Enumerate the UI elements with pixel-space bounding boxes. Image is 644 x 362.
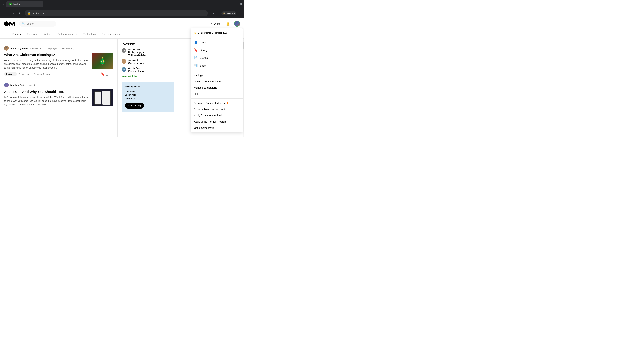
dropdown-stories[interactable]: 📄 Stories (190, 54, 242, 62)
tab-entrepreneurship[interactable]: Entrepreneurship (99, 30, 124, 38)
writing-on-medium-card: Writing on M... New writer... Expert wri… (122, 82, 174, 112)
article-body-1: What Are Christmas Blessings? We need a … (4, 53, 113, 69)
dropdown-become-friend[interactable]: Become a Friend of Medium (190, 100, 242, 106)
menu-button[interactable]: ⋮ (238, 11, 242, 15)
pick-title-3[interactable]: Zen and the Al (128, 70, 144, 72)
incognito-icon: 🕵 (223, 12, 226, 14)
pick-author-2[interactable]: Joan Westenl... (128, 59, 144, 61)
browser-tab-title: Medium (14, 3, 37, 5)
browser-tab[interactable]: Medium ✕ (6, 1, 43, 7)
author-avatar-gowtham: G (4, 83, 9, 87)
phone-mockup-2 (102, 91, 111, 105)
star-bookmark-button[interactable]: ★ (212, 11, 214, 15)
write-label: Write (214, 22, 220, 25)
more-button-1[interactable]: ⋯ (110, 72, 113, 76)
new-tab-button[interactable]: + (46, 2, 48, 6)
tab-writing[interactable]: Writing (40, 30, 54, 38)
article-tag-1[interactable]: Christmas (4, 72, 17, 76)
dropdown-section-3: Become a Friend of Medium Create a Masto… (190, 98, 242, 132)
dropdown-settings[interactable]: Settings (190, 72, 242, 78)
article-meta-2: G Gowtham Oleti · Nov 15 (4, 83, 113, 87)
author-name-2[interactable]: Gowtham Oleti (10, 84, 24, 86)
browser-favicon (9, 3, 12, 5)
tab-for-you[interactable]: For you (10, 30, 24, 38)
reading-list-button[interactable]: ▭ (216, 11, 219, 15)
article-text-2: Apps I Use And Why You Should Too. Let's… (4, 89, 89, 106)
sidebar: Staff Picks W Wikimedia in... Birds, bug… (118, 38, 178, 137)
article-date-2: Nov 15 (28, 84, 35, 86)
tab-technology[interactable]: Technology (80, 30, 99, 38)
dropdown-gift-membership[interactable]: Gift a membership (190, 125, 242, 131)
author-name-1[interactable]: Grace Mary Power (10, 47, 28, 50)
minimize-button[interactable]: − (231, 2, 232, 6)
dropdown-library[interactable]: 🔖 Library (190, 46, 242, 54)
article-image-2 (92, 89, 113, 106)
medium-logo[interactable] (4, 21, 15, 26)
medium-page: 🔍 Search ✎ Write 🔔 + For you Following W… (0, 18, 244, 137)
pick-item-1: W Wikimedia in... Birds, bugs, ar...Wiki… (122, 48, 174, 56)
address-bar[interactable]: 🔒 medium.com (25, 10, 208, 16)
tab-self-improvement[interactable]: Self Improvement (54, 30, 80, 38)
incognito-badge: 🕵 Incognito (221, 11, 236, 15)
dropdown-stats[interactable]: 📊 Stats (190, 62, 242, 69)
article-excerpt-2: Let's skip past the usual suspects like … (4, 95, 89, 106)
user-avatar[interactable] (234, 21, 240, 27)
less-button-1[interactable]: ⎯ (106, 72, 108, 76)
dropdown-help[interactable]: Help (190, 91, 242, 97)
write-icon: ✎ (210, 22, 213, 25)
pick-author-3[interactable]: Quentin Sept... (128, 67, 144, 69)
browser-tab-close[interactable]: ✕ (38, 3, 40, 5)
member-only-badge-1: Member-only (62, 47, 74, 50)
browser-chrome: ▼ Medium ✕ + − □ ✕ ← → ↻ 🔒 medium.com (0, 0, 244, 18)
pick-author-1[interactable]: Wikimedia in... (128, 48, 146, 51)
logo-m-shape (9, 21, 15, 26)
add-topic-button[interactable]: + (4, 32, 6, 36)
article-body-2: Apps I Use And Why You Should Too. Let's… (4, 89, 113, 106)
write-button[interactable]: ✎ Write (208, 21, 222, 27)
bookmark-icon: 🔖 (194, 48, 198, 52)
search-placeholder: Search (26, 22, 34, 25)
article-footer-1: Christmas 8 min read · Selected for you … (4, 72, 113, 76)
dropdown-partner-program[interactable]: Apply to the Partner Program (190, 118, 242, 125)
article-title-2[interactable]: Apps I Use And Why You Should Too. (4, 89, 89, 94)
article-meta-1: G Grace Mary Power in Publishous · 6 day… (4, 46, 113, 51)
pick-avatar-1: W (122, 48, 126, 53)
scrollbar-thumb[interactable] (243, 42, 244, 49)
back-button[interactable]: ← (3, 11, 8, 15)
dropdown-profile[interactable]: 👤 Profile (190, 38, 242, 46)
pick-title-1[interactable]: Birds, bugs, ar...Wiki Loves Ea... (128, 51, 146, 56)
dropdown-mastodon[interactable]: Create a Mastodon account (190, 106, 242, 112)
article-date-1: 6 days ago (46, 47, 56, 50)
svg-rect-1 (10, 3, 11, 4)
read-time-1: 8 min read (19, 73, 29, 75)
article-title-1[interactable]: What Are Christmas Blessings? (4, 53, 89, 57)
dropdown-manage-publications[interactable]: Manage publications (190, 85, 242, 91)
pick-item-3: Q Quentin Sept... Zen and the Al (122, 67, 174, 72)
tab-following[interactable]: Following (24, 30, 40, 38)
close-button[interactable]: ✕ (240, 2, 242, 6)
article-image-1: 🎄 (92, 53, 113, 69)
notifications-button[interactable]: 🔔 (224, 20, 232, 27)
pick-avatar-3: Q (122, 67, 126, 72)
profile-label: Profile (200, 41, 207, 44)
browser-addressbar: ← → ↻ 🔒 medium.com ★ ▭ 🕵 Incognito ⋮ (0, 8, 244, 18)
pick-title-2[interactable]: Get in the Van (128, 62, 144, 64)
bookmark-button-1[interactable]: 🔖 (101, 72, 104, 76)
user-dropdown-menu: ★ Member since December 2023 👤 Profile 🔖… (190, 28, 242, 132)
maximize-button[interactable]: □ (235, 2, 237, 6)
writing-card-item-3: Grow your r... (125, 97, 170, 99)
tab-scroll-right[interactable]: › (126, 32, 126, 35)
member-star-icon: ★ (58, 47, 60, 50)
forward-button[interactable]: → (10, 11, 16, 15)
selected-label-1: Selected for you (34, 73, 50, 75)
dropdown-author-verification[interactable]: Apply for author verification (190, 112, 242, 118)
url-text: medium.com (32, 12, 45, 14)
member-star-icon: ★ (194, 31, 196, 34)
member-since-row: ★ Member since December 2023 (190, 28, 242, 37)
see-full-list-link[interactable]: See the full list (122, 75, 174, 78)
reload-button[interactable]: ↻ (18, 11, 23, 15)
tab-group-arrow[interactable]: ▼ (2, 3, 4, 5)
search-bar[interactable]: 🔍 Search (19, 21, 56, 27)
dropdown-refine[interactable]: Refine recommendations (190, 78, 242, 85)
start-writing-button[interactable]: Start writing (125, 103, 144, 109)
